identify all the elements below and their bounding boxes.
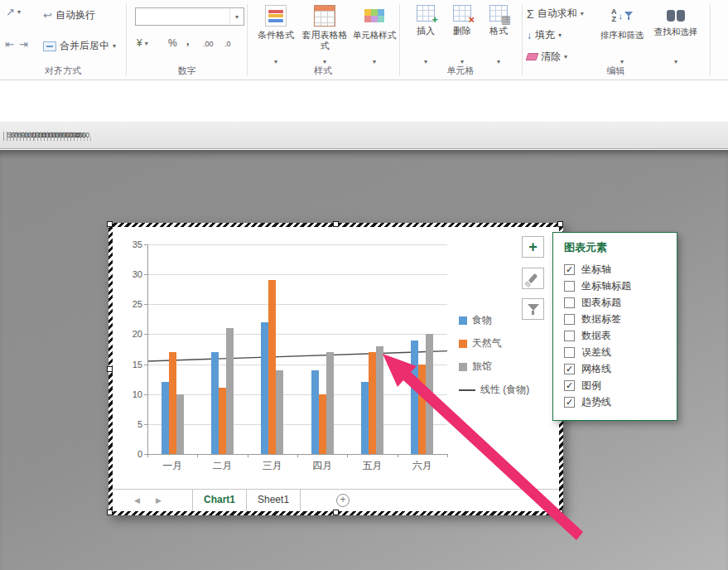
checkbox-7[interactable]: ✓ bbox=[564, 380, 575, 391]
y-axis-label: 10 bbox=[118, 389, 142, 399]
plus-icon: + bbox=[528, 239, 538, 254]
format-cells-button[interactable]: ▦ 格式 ▾ bbox=[482, 2, 515, 70]
increase-decimal-button[interactable]: .00 bbox=[203, 40, 214, 48]
bar[interactable] bbox=[311, 370, 319, 454]
legend-item[interactable]: 天然气 bbox=[459, 336, 529, 350]
format-cells-icon: ▦ bbox=[489, 5, 508, 22]
insert-cells-button[interactable]: + 插入 ▾ bbox=[409, 2, 442, 70]
bar[interactable] bbox=[276, 370, 283, 454]
legend-item-trendline[interactable]: 线性 (食物) bbox=[459, 383, 529, 397]
chart-element-item[interactable]: ✓趋势线 bbox=[553, 394, 677, 410]
checkbox-2[interactable] bbox=[564, 297, 575, 308]
legend[interactable]: 食物天然气旅馆线性 (食物) bbox=[459, 313, 529, 397]
comma-style-button[interactable]: , bbox=[186, 36, 189, 46]
cell-styles-button[interactable]: 单元格样式 ▾ bbox=[351, 2, 398, 70]
group-label-editing: 编辑 bbox=[522, 65, 710, 77]
delete-cells-button[interactable]: × 删除 ▾ bbox=[446, 2, 479, 70]
sheet-tab-chart1[interactable]: Chart1 bbox=[192, 490, 247, 511]
accounting-format-button[interactable]: ¥ ▾ bbox=[137, 38, 148, 48]
bar[interactable] bbox=[326, 352, 334, 454]
chart-content[interactable]: 食物天然气旅馆线性 (食物) 05101520253035一月二月三月四月五月六… bbox=[113, 227, 559, 489]
number-format-value bbox=[136, 8, 229, 25]
selection-handle[interactable] bbox=[333, 510, 339, 515]
bar[interactable] bbox=[219, 388, 226, 454]
legend-item[interactable]: 旅馆 bbox=[459, 360, 529, 374]
selection-handle[interactable] bbox=[107, 221, 113, 227]
checkbox-5[interactable] bbox=[564, 347, 575, 358]
selection-handle[interactable] bbox=[557, 510, 563, 515]
format-as-table-button[interactable]: 套用表格格式 ▾ bbox=[300, 2, 350, 70]
checkbox-1[interactable] bbox=[564, 281, 575, 292]
checkbox-3[interactable] bbox=[564, 314, 575, 325]
number-format-combobox[interactable]: ▾ bbox=[135, 7, 244, 26]
autosum-button[interactable]: Σ 自动求和 ▾ bbox=[527, 7, 584, 21]
selection-handle[interactable] bbox=[107, 510, 113, 515]
selection-handle[interactable] bbox=[557, 221, 563, 227]
ruler[interactable]: 5060708090100110120130140150160170180190… bbox=[0, 122, 728, 149]
chart-element-item[interactable]: ✓坐标轴 bbox=[553, 261, 677, 278]
indent-buttons[interactable]: ⇤ ⇥ bbox=[5, 39, 28, 50]
bar[interactable] bbox=[418, 365, 426, 454]
chart-element-item[interactable]: 误差线 bbox=[553, 344, 677, 360]
bar[interactable] bbox=[376, 346, 383, 454]
cell-styles-icon bbox=[364, 5, 385, 27]
clear-button[interactable]: 清除 ▾ bbox=[527, 50, 567, 64]
chart-element-item[interactable]: 数据表 bbox=[553, 327, 677, 344]
excel-window: ↗ ▾ ⇤ ⇥ ↩ 自动换行 合并后居中 ▾ 对齐方式 ▾ bbox=[0, 0, 728, 570]
bar[interactable] bbox=[268, 280, 276, 454]
bar[interactable] bbox=[261, 322, 268, 454]
selection-handle[interactable] bbox=[333, 221, 339, 227]
bar[interactable] bbox=[426, 334, 433, 454]
checkbox-4[interactable] bbox=[564, 331, 575, 341]
bar[interactable] bbox=[369, 352, 376, 454]
y-axis-label: 5 bbox=[118, 419, 142, 429]
checkbox-0[interactable]: ✓ bbox=[564, 264, 575, 275]
bar[interactable] bbox=[162, 382, 169, 454]
y-axis-label: 20 bbox=[118, 329, 142, 339]
bar[interactable] bbox=[169, 352, 176, 454]
conditional-formatting-button[interactable]: 条件格式 ▾ bbox=[253, 2, 298, 70]
chevron-down-icon: ▾ bbox=[17, 8, 21, 16]
chart-styles-button[interactable] bbox=[522, 268, 544, 289]
autosum-label: 自动求和 bbox=[538, 7, 577, 21]
chart-element-label: 图例 bbox=[581, 379, 601, 393]
sort-filter-label: 排序和筛选 bbox=[600, 30, 644, 41]
chart-window[interactable]: 食物天然气旅馆线性 (食物) 05101520253035一月二月三月四月五月六… bbox=[108, 223, 563, 515]
chart-element-item[interactable]: ✓网格线 bbox=[553, 360, 677, 377]
find-select-button[interactable]: 查找和选择 ▾ bbox=[649, 2, 702, 70]
bar[interactable] bbox=[361, 382, 369, 454]
chart-element-item[interactable]: 坐标轴标题 bbox=[553, 278, 677, 294]
percent-style-button[interactable]: % bbox=[168, 38, 177, 48]
merge-center-icon bbox=[43, 41, 56, 51]
selection-handle[interactable] bbox=[107, 366, 113, 372]
ruler-tick bbox=[70, 132, 71, 141]
fill-button[interactable]: ↓ 填充 ▾ bbox=[527, 28, 562, 42]
chart-element-label: 误差线 bbox=[581, 345, 611, 360]
merge-center-button[interactable]: 合并后居中 ▾ bbox=[43, 39, 116, 53]
chart-elements-button[interactable]: + bbox=[522, 236, 544, 258]
text-orientation-button[interactable]: ↗ ▾ bbox=[6, 7, 21, 17]
checkbox-6[interactable]: ✓ bbox=[564, 364, 575, 374]
chart-filters-button[interactable] bbox=[522, 298, 544, 320]
bar[interactable] bbox=[226, 328, 234, 454]
sort-filter-button[interactable]: AZ ↓ 排序和筛选 ▾ bbox=[598, 2, 646, 70]
chart-element-item[interactable]: ✓图例 bbox=[553, 377, 677, 394]
chart-element-item[interactable]: 图表标题 bbox=[553, 294, 677, 311]
y-axis-label: 35 bbox=[118, 239, 142, 249]
sheet-tab-sheet1[interactable]: Sheet1 bbox=[247, 490, 301, 511]
bar[interactable] bbox=[211, 352, 219, 454]
bar[interactable] bbox=[319, 394, 326, 454]
sheet-nav-right-icon[interactable]: ▶ bbox=[156, 496, 162, 505]
decrease-decimal-button[interactable]: .0 bbox=[224, 40, 231, 48]
ruler-tick bbox=[27, 132, 27, 141]
new-sheet-button[interactable]: + bbox=[336, 494, 350, 507]
sheet-nav-left-icon[interactable]: ◀ bbox=[134, 496, 140, 505]
checkbox-8[interactable]: ✓ bbox=[564, 397, 575, 408]
chart-element-item[interactable]: 数据标签 bbox=[553, 311, 677, 327]
wrap-text-button[interactable]: ↩ 自动换行 bbox=[43, 8, 95, 22]
bar[interactable] bbox=[176, 394, 184, 454]
funnel-icon bbox=[528, 304, 539, 315]
bar[interactable] bbox=[411, 341, 418, 454]
chevron-down-icon[interactable]: ▾ bbox=[229, 8, 243, 25]
legend-item[interactable]: 食物 bbox=[459, 313, 529, 327]
